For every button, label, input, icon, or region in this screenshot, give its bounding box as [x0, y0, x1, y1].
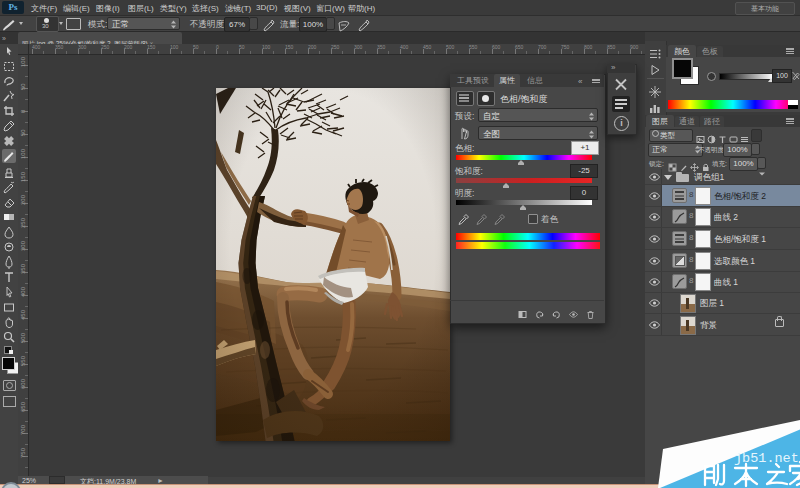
svg-text:jb51.net: jb51.net: [734, 451, 799, 466]
